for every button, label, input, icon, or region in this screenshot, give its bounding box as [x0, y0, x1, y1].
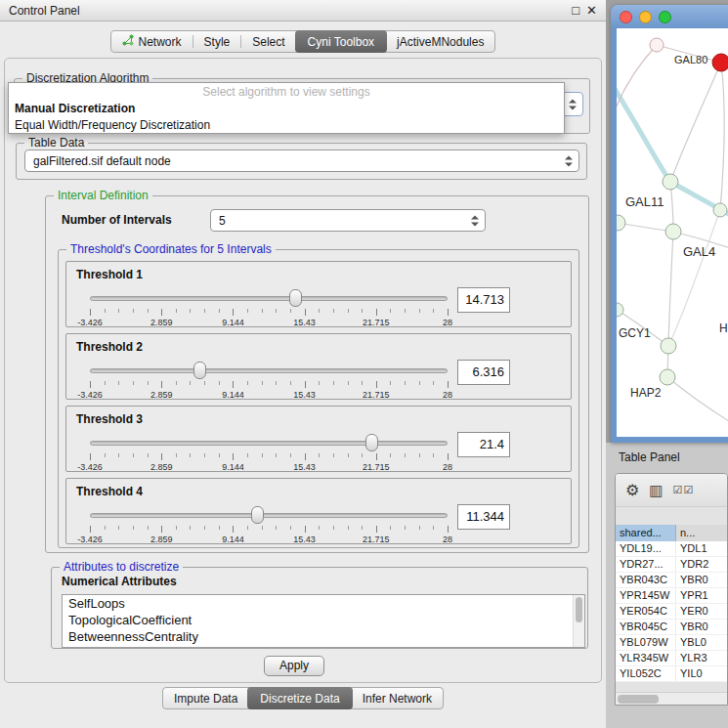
- network-node[interactable]: [650, 38, 664, 52]
- network-edge[interactable]: [667, 377, 728, 424]
- network-edge[interactable]: [618, 223, 673, 232]
- network-node[interactable]: [712, 54, 728, 71]
- tab-style[interactable]: Style: [193, 31, 241, 52]
- attribute-list-item[interactable]: BetweennessCentrality: [63, 628, 584, 645]
- horizontal-scrollbar[interactable]: [616, 692, 727, 705]
- slider-tick: [290, 453, 291, 457]
- threshold-slider[interactable]: -3.4262.8599.14415.4321.71528: [90, 362, 448, 399]
- tab-select[interactable]: Select: [241, 31, 295, 52]
- threshold-value-field[interactable]: 21.4: [457, 432, 510, 457]
- table-panel-title[interactable]: Table Panel: [619, 450, 680, 464]
- table-row[interactable]: YPR145WYPR1: [616, 588, 727, 604]
- attribute-list-item[interactable]: TopologicalCoefficient: [63, 612, 584, 628]
- tab-cyni-toolbox[interactable]: Cyni Toolbox: [295, 30, 387, 53]
- horizontal-scrollbar-thumb[interactable]: [618, 695, 659, 704]
- slider-tick: [190, 526, 191, 530]
- slider-tick: [405, 526, 406, 530]
- algorithm-option-equal-width[interactable]: Equal Width/Frequency Discretization: [9, 117, 564, 134]
- tab-infer-network[interactable]: Infer Network: [352, 688, 443, 708]
- threshold-value-field[interactable]: 11.344: [457, 504, 510, 530]
- slider-tick: [190, 381, 191, 385]
- slider-tick: [105, 453, 106, 457]
- threshold-slider[interactable]: -3.4262.8599.14415.4321.71528: [90, 434, 448, 471]
- slider-scale-label: 15.43: [293, 318, 316, 327]
- float-window-icon[interactable]: □: [572, 4, 579, 17]
- zoom-button[interactable]: [659, 11, 671, 23]
- gear-icon[interactable]: ⚙: [625, 481, 639, 499]
- table-data-combobox[interactable]: galFiltered.sif default node: [24, 150, 579, 172]
- network-edge[interactable]: [617, 45, 657, 122]
- numerical-attributes-list[interactable]: SelfLoopsTopologicalCoefficientBetweenne…: [62, 594, 585, 648]
- minimize-button[interactable]: [639, 11, 652, 23]
- table-row[interactable]: YBL079WYBL0: [616, 635, 727, 651]
- network-node[interactable]: [617, 215, 625, 231]
- network-canvas[interactable]: GAL80GAL11GAL4GCY1HHAP2: [617, 28, 728, 437]
- network-edge[interactable]: [668, 232, 673, 346]
- table-cell: YLR345W: [616, 651, 676, 665]
- slider-track[interactable]: [90, 441, 448, 446]
- list-scrollbar-thumb[interactable]: [576, 597, 582, 622]
- column-header-shared-name[interactable]: shared...: [616, 525, 676, 541]
- network-edge[interactable]: [720, 63, 724, 210]
- slider-scale-label: 15.43: [293, 390, 316, 400]
- table-row[interactable]: YBR043CYBR0: [616, 573, 727, 588]
- tab-select-label: Select: [252, 35, 284, 49]
- table-row[interactable]: YER054CYER0: [616, 604, 727, 620]
- network-node-label: H: [719, 321, 728, 335]
- network-edge[interactable]: [670, 63, 721, 182]
- slider-scale-labels: -3.4262.8599.14415.4321.71528: [90, 318, 448, 327]
- apply-button[interactable]: Apply: [264, 656, 324, 676]
- slider-tick: [219, 309, 220, 313]
- titlebar-buttons: □ ✕: [572, 4, 597, 17]
- tab-discretize-data[interactable]: Discretize Data: [247, 687, 352, 709]
- slider-handle[interactable]: [289, 289, 302, 307]
- slider-tick: [319, 309, 320, 313]
- tab-impute-data[interactable]: Impute Data: [163, 688, 248, 708]
- slider-scale-label: 28: [443, 318, 452, 327]
- table-row[interactable]: YDL19...YDL1: [616, 541, 727, 557]
- slider-handle[interactable]: [365, 434, 378, 451]
- slider-track[interactable]: [90, 368, 448, 373]
- slider-scale-label: 9.144: [222, 535, 244, 544]
- threshold-slider[interactable]: -3.4262.8599.14415.4321.71528: [90, 506, 448, 543]
- slider-track[interactable]: [90, 513, 448, 518]
- network-node[interactable]: [665, 224, 681, 239]
- list-scrollbar[interactable]: [573, 595, 584, 647]
- slider-tick: [233, 309, 234, 316]
- select-columns-icon[interactable]: ☑☑: [673, 484, 695, 496]
- table-row[interactable]: YBR045CYBR0: [616, 620, 727, 635]
- slider-track[interactable]: [90, 296, 448, 301]
- table-cell: YLR3: [676, 651, 727, 665]
- network-node[interactable]: [660, 369, 675, 385]
- slider-handle[interactable]: [251, 506, 264, 524]
- threshold-value-field[interactable]: 6.316: [457, 360, 510, 385]
- slider-handle[interactable]: [193, 362, 206, 379]
- threshold-value-field[interactable]: 14.713: [457, 287, 510, 313]
- network-edge[interactable]: [617, 79, 670, 182]
- slider-tick: [148, 453, 149, 457]
- close-button[interactable]: [620, 11, 632, 23]
- interval-definition-group-title: Interval Definition: [54, 189, 152, 202]
- network-node[interactable]: [663, 174, 678, 190]
- tab-jactivemnodules[interactable]: jActiveMNodules: [386, 31, 494, 52]
- algorithm-option-manual[interactable]: Manual Discretization: [9, 101, 564, 117]
- number-of-intervals-combobox[interactable]: 5: [210, 209, 486, 232]
- network-node[interactable]: [713, 203, 727, 217]
- columns-icon[interactable]: ▥: [649, 482, 663, 499]
- interval-definition-group: Interval Definition Number of Intervals …: [45, 195, 589, 553]
- threshold-slider[interactable]: -3.4262.8599.14415.4321.71528: [90, 289, 448, 326]
- slider-tick: [376, 453, 377, 460]
- network-node[interactable]: [617, 303, 623, 317]
- close-panel-icon[interactable]: ✕: [586, 4, 597, 17]
- table-row[interactable]: YIL052CYIL0: [616, 666, 727, 682]
- table-row[interactable]: YLR345WYLR3: [616, 651, 727, 666]
- table-row[interactable]: YDR27...YDR2: [616, 557, 727, 573]
- table-data-group: Table Data galFiltered.sif default node: [16, 143, 587, 180]
- attribute-list-item[interactable]: SelfLoops: [63, 595, 584, 612]
- slider-tick: [362, 381, 363, 385]
- column-header-name[interactable]: n...: [676, 525, 727, 541]
- network-node[interactable]: [661, 338, 676, 354]
- algorithm-placeholder-option[interactable]: Select algorithm to view settings: [9, 83, 564, 101]
- combo-arrows-icon: [565, 154, 573, 167]
- tab-network[interactable]: Network: [111, 31, 193, 52]
